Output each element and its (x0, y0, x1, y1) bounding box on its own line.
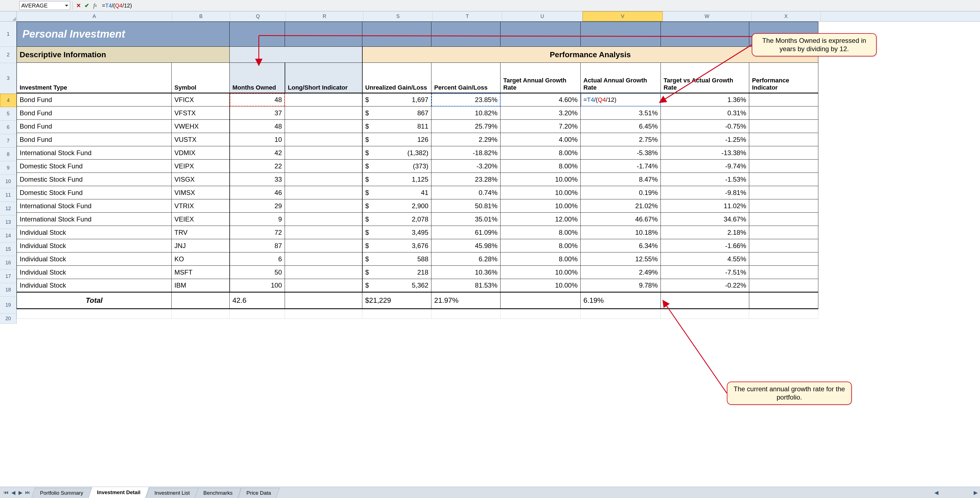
cell-symbol[interactable]: VDMIX (172, 146, 230, 160)
row-header-3[interactable]: 3 (0, 63, 17, 94)
cell-symbol[interactable]: VIMSX (172, 186, 230, 200)
cell-tagr[interactable]: 10.00% (501, 173, 581, 186)
cell-tva[interactable]: -13.38% (661, 146, 749, 160)
cell-type[interactable]: International Stock Fund (17, 200, 172, 212)
cell-perf[interactable] (749, 226, 818, 239)
name-box[interactable]: AVERAGE (19, 1, 70, 10)
row-header-10[interactable]: 10 (0, 175, 17, 188)
row-header-16[interactable]: 16 (0, 256, 17, 270)
cell-tva[interactable]: -1.53% (661, 173, 749, 186)
cell-total-label[interactable]: Total (17, 292, 172, 309)
cell-ls[interactable] (285, 133, 362, 146)
cell-ls[interactable] (285, 107, 362, 120)
tab-nav-next-button[interactable]: ▶ (17, 489, 24, 496)
cell-tva[interactable]: -1.25% (661, 133, 749, 146)
cell-symbol[interactable]: TRV (172, 226, 230, 239)
row-header-13[interactable]: 13 (0, 215, 17, 229)
cell-months[interactable]: 37 (230, 107, 285, 120)
cell-perf[interactable] (749, 212, 818, 226)
cell-tagr[interactable]: 8.00% (501, 239, 581, 252)
cell-tva[interactable]: -9.74% (661, 160, 749, 173)
cell-ugl[interactable]: $2,900 (362, 200, 431, 212)
cell-tagr[interactable]: 8.00% (501, 146, 581, 160)
cell-ugl[interactable]: $3,676 (362, 239, 431, 252)
header-cell[interactable]: Target vs Actual Growth Rate (661, 63, 749, 93)
row-header-5[interactable]: 5 (0, 107, 17, 121)
cell-pgl[interactable]: 10.82% (431, 107, 501, 120)
cell-ls[interactable] (285, 120, 362, 133)
cell-ls[interactable] (285, 239, 362, 252)
cell-perf[interactable] (749, 200, 818, 212)
cell-tagr[interactable]: 8.00% (501, 252, 581, 266)
cell-months[interactable]: 6 (230, 252, 285, 266)
cell-type[interactable]: Bond Fund (17, 120, 172, 133)
cell-tva[interactable]: -0.22% (661, 279, 749, 292)
cell-aagr[interactable]: -1.74% (581, 160, 661, 173)
spreadsheet-grid[interactable]: Personal InvestmentDescriptive Informati… (17, 22, 818, 319)
column-header-Q[interactable]: Q (230, 11, 286, 21)
cell-ugl[interactable]: $(1,382) (362, 146, 431, 160)
cell-ugl[interactable]: $3,495 (362, 226, 431, 239)
cell-total-aagr[interactable]: 6.19% (581, 292, 661, 309)
sheet-tab-price-data[interactable]: Price Data (238, 488, 280, 498)
select-all-corner[interactable] (0, 11, 17, 21)
cell-perf[interactable] (749, 93, 818, 107)
cell-perf[interactable] (749, 173, 818, 186)
cell-ugl[interactable]: $218 (362, 266, 431, 279)
cell-months[interactable]: 100 (230, 279, 285, 292)
cell-symbol[interactable]: VEIPX (172, 160, 230, 173)
cell-tva[interactable]: 11.02% (661, 200, 749, 212)
cell-symbol[interactable]: VUSTX (172, 133, 230, 146)
cell-tagr[interactable]: 4.60% (501, 93, 581, 107)
formula-cancel-button[interactable]: ✕ (75, 2, 82, 9)
cell-tva[interactable]: -0.75% (661, 120, 749, 133)
cell-ls[interactable] (285, 200, 362, 212)
row-header-6[interactable]: 6 (0, 121, 17, 134)
cell-tva[interactable]: 2.18% (661, 226, 749, 239)
cell-pgl[interactable]: -18.82% (431, 146, 501, 160)
cell-months[interactable]: 46 (230, 186, 285, 200)
row-header-4[interactable]: 4 (0, 94, 17, 107)
cell-pgl[interactable]: 6.28% (431, 252, 501, 266)
cell-aagr[interactable]: 6.45% (581, 120, 661, 133)
cell-ls[interactable] (285, 212, 362, 226)
cell-months[interactable]: 72 (230, 226, 285, 239)
header-cell[interactable]: Actual Annual Growth Rate (581, 63, 661, 93)
cell-total-ugl[interactable]: $21,229 (362, 292, 431, 309)
header-cell[interactable]: Target Annual Growth Rate (501, 63, 581, 93)
cell-pgl[interactable]: -3.20% (431, 160, 501, 173)
cell-perf[interactable] (749, 146, 818, 160)
sheet-tab-portfolio-summary[interactable]: Portfolio Summary (32, 488, 92, 498)
cell-symbol[interactable]: VWEHX (172, 120, 230, 133)
cell-pgl[interactable]: 2.29% (431, 133, 501, 146)
cell-perf[interactable] (749, 160, 818, 173)
cell-tagr[interactable]: 3.20% (501, 107, 581, 120)
cell-pgl[interactable]: 61.09% (431, 226, 501, 239)
cell-aagr[interactable]: 12.55% (581, 252, 661, 266)
cell-tagr[interactable]: 7.20% (501, 120, 581, 133)
cell-months[interactable]: 33 (230, 173, 285, 186)
cell-tagr[interactable]: 10.00% (501, 266, 581, 279)
header-cell[interactable]: Investment Type (17, 63, 172, 93)
cell-tagr[interactable]: 12.00% (501, 212, 581, 226)
cell-pgl[interactable]: 23.85% (431, 93, 501, 107)
column-header-T[interactable]: T (433, 11, 502, 21)
row-header-17[interactable]: 17 (0, 270, 17, 283)
formula-input[interactable]: =T4/(Q4/12) (100, 2, 980, 10)
column-header-S[interactable]: S (363, 11, 433, 21)
cell-pgl[interactable]: 45.98% (431, 239, 501, 252)
cell-ls[interactable] (285, 279, 362, 292)
cell-months[interactable]: 42 (230, 146, 285, 160)
cell-ugl[interactable]: $2,078 (362, 212, 431, 226)
cell-ugl[interactable]: $41 (362, 186, 431, 200)
cell-symbol[interactable]: JNJ (172, 239, 230, 252)
cell-ugl[interactable]: $126 (362, 133, 431, 146)
cell-total-months[interactable]: 42.6 (230, 292, 285, 309)
cell-aagr[interactable]: 0.19% (581, 186, 661, 200)
cell-type[interactable]: Individual Stock (17, 279, 172, 292)
cell-aagr[interactable]: 8.47% (581, 173, 661, 186)
section-performance[interactable]: Performance Analysis (362, 47, 818, 63)
cell-type[interactable]: Bond Fund (17, 107, 172, 120)
cell-symbol[interactable]: VTRIX (172, 200, 230, 212)
insert-function-button[interactable]: fx (91, 2, 99, 9)
